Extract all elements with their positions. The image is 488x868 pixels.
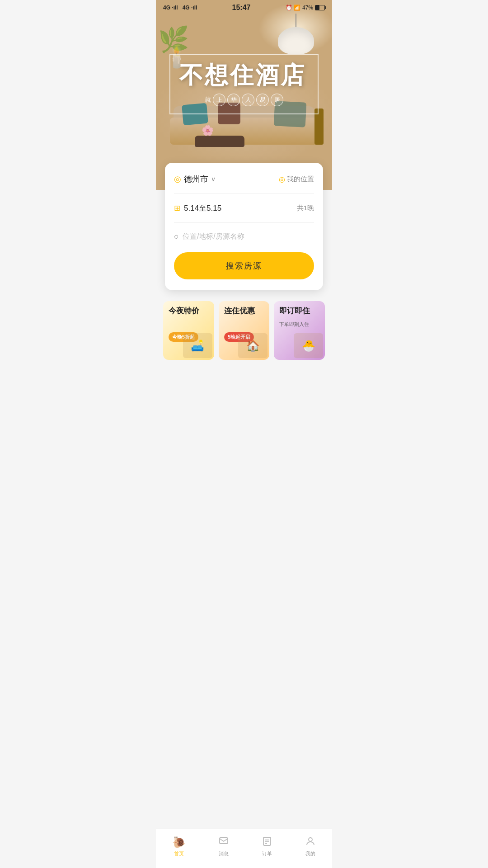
nav-orders-label: 订单 (262, 850, 272, 857)
location-search-placeholder: 位置/地标/房源名称 (183, 232, 244, 241)
promo-image-tonight: 🛋️ (183, 333, 212, 358)
hero-subtitle: 就 上 华 人 易 居 (179, 94, 309, 106)
promo-subtitle-instant: 下单即刻入住 (279, 321, 309, 328)
night-count: 共1晚 (297, 204, 314, 212)
my-location-button[interactable]: ◎ 我的位置 (279, 175, 314, 184)
orders-icon (262, 836, 272, 849)
promo-image-instant: 🐣 (294, 333, 323, 358)
date-selector[interactable]: ⊞ 5.14至5.15 (174, 203, 221, 213)
status-bar: 4G ·ıll 4G ·ıll 15:47 ⏰ 📶 47% (156, 0, 332, 15)
svg-point-5 (309, 838, 312, 841)
chevron-down-icon: ∨ (211, 175, 216, 183)
promo-image-stay: 🏠 (238, 333, 267, 358)
promo-title-tonight: 今夜特价 (169, 307, 199, 316)
promo-title-instant: 即订即住 (279, 307, 310, 316)
search-icon: ○ (174, 232, 179, 241)
city-selector[interactable]: ◎ 德州市 ∨ (174, 174, 216, 184)
lamp-decoration (278, 14, 314, 54)
bottom-nav: 🐌 首页 消息 订单 我的 (156, 829, 332, 868)
location-search-row[interactable]: ○ 位置/地标/房源名称 (174, 223, 314, 250)
promo-card-stay[interactable]: 连住优惠 5晚起开启 🏠 (219, 301, 270, 360)
battery-indicator: ⏰ 📶 47% (286, 5, 325, 11)
message-icon (218, 835, 229, 849)
hero-banner: 🌿 🕯️ 🌸 不想住酒店 就 上 华 人 易 居 (156, 0, 332, 190)
nav-messages-label: 消息 (219, 850, 229, 857)
hero-title-box: 不想住酒店 就 上 华 人 易 居 (169, 54, 319, 114)
nav-profile-label: 我的 (305, 850, 315, 857)
nav-orders[interactable]: 订单 (254, 834, 280, 859)
promo-title-stay: 连住优惠 (224, 307, 255, 316)
city-name: 德州市 (184, 174, 208, 184)
nav-home-label: 首页 (174, 850, 184, 857)
svg-rect-0 (220, 838, 228, 844)
promo-cards-row: 今夜特价 今晚5折起 🛋️ 连住优惠 5晚起开启 🏠 即订即住 下单即刻入住 🐣 (163, 301, 325, 360)
my-location-label: 我的位置 (287, 175, 314, 184)
promo-card-tonight[interactable]: 今夜特价 今晚5折起 🛋️ (163, 301, 214, 360)
nav-profile[interactable]: 我的 (298, 834, 323, 859)
nav-home[interactable]: 🐌 首页 (165, 834, 193, 859)
time-display: 15:47 (232, 4, 251, 12)
search-card: ◎ 德州市 ∨ ◎ 我的位置 ⊞ 5.14至5.15 共1晚 ○ 位置/地标/房… (165, 163, 323, 290)
svg-rect-1 (263, 837, 271, 845)
nav-messages[interactable]: 消息 (211, 834, 236, 859)
gps-icon: ◎ (279, 175, 285, 184)
profile-icon (305, 836, 316, 849)
signal-indicator: 4G ·ıll 4G ·ıll (163, 5, 197, 11)
location-row[interactable]: ◎ 德州市 ∨ ◎ 我的位置 (174, 174, 314, 194)
home-icon: 🐌 (172, 836, 186, 849)
content-section: 今夜特价 今晚5折起 🛋️ 连住优惠 5晚起开启 🏠 即订即住 下单即刻入住 🐣 (156, 290, 332, 405)
promo-card-instant[interactable]: 即订即住 下单即刻入住 🐣 (274, 301, 325, 360)
search-button[interactable]: 搜索房源 (174, 252, 314, 279)
date-row[interactable]: ⊞ 5.14至5.15 共1晚 (174, 194, 314, 223)
hero-main-title: 不想住酒店 (179, 62, 309, 88)
location-pin-icon: ◎ (174, 174, 181, 184)
calendar-icon: ⊞ (174, 203, 180, 213)
date-range: 5.14至5.15 (184, 203, 221, 213)
